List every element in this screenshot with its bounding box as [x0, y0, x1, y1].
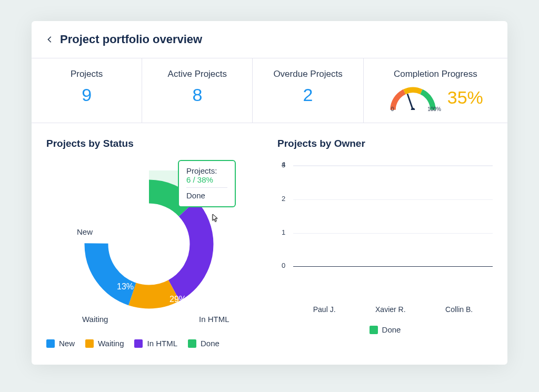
owner-legend: Done — [277, 325, 493, 334]
bar[interactable] — [301, 297, 353, 300]
kpi-label: Overdue Projects — [257, 69, 358, 79]
tooltip-divider — [186, 187, 227, 188]
swatch-icon — [134, 339, 143, 348]
kpi-completion[interactable]: Completion Progress 0 100% 35% — [364, 58, 507, 123]
legend-label: Waiting — [98, 339, 124, 348]
kpi-value: 9 — [36, 85, 137, 105]
x-tick: Collin B. — [445, 305, 473, 314]
tooltip-status: Done — [186, 191, 205, 200]
swatch-icon — [46, 339, 55, 348]
kpi-label: Completion Progress — [368, 69, 503, 79]
panel-header: Project portfolio overview — [32, 21, 507, 58]
kpi-value: 8 — [146, 85, 248, 105]
gauge-max: 100% — [427, 106, 441, 112]
gauge-icon: 0 100% — [388, 85, 438, 110]
x-tick: Xavier R. — [375, 305, 406, 314]
chart-title: Projects by Status — [46, 138, 262, 149]
kpi-active[interactable]: Active Projects 8 — [142, 58, 253, 123]
kpi-value: 2 — [257, 85, 358, 105]
cursor-icon — [208, 213, 221, 228]
y-tick: 1 — [282, 228, 285, 236]
arc-pct-waiting: 13% — [117, 282, 134, 292]
page-title: Project portfolio overview — [60, 33, 202, 46]
legend-item[interactable]: Done — [188, 339, 219, 348]
swatch-icon — [370, 326, 378, 334]
dashboard-panel: Project portfolio overview Projects 9 Ac… — [32, 21, 507, 365]
kpi-value: 35% — [447, 87, 483, 108]
bar[interactable] — [434, 298, 486, 300]
tooltip-value: 6 / 38% — [186, 175, 227, 184]
svg-point-1 — [411, 108, 415, 110]
kpi-label: Active Projects — [146, 69, 248, 79]
swatch-icon — [188, 339, 196, 348]
seg-label-new: New — [77, 227, 93, 236]
legend-item[interactable]: New — [46, 339, 75, 348]
bar[interactable] — [367, 299, 419, 300]
charts-row: Projects by Status 20% 13% 29% New — [32, 123, 507, 365]
legend-label: Done — [201, 339, 219, 348]
y-tick: 0 — [282, 262, 285, 269]
kpi-label: Projects — [36, 69, 137, 79]
y-tick: 4 — [282, 160, 285, 168]
legend-label: In HTML — [147, 339, 177, 348]
seg-label-inhtml: In HTML — [199, 315, 229, 324]
legend-item[interactable]: In HTML — [134, 339, 177, 348]
status-chart: Projects by Status 20% 13% 29% New — [46, 138, 262, 348]
tooltip-label: Projects: — [186, 166, 227, 175]
kpi-projects[interactable]: Projects 9 — [32, 58, 142, 123]
chart-tooltip: Projects: 6 / 38% Done — [178, 160, 236, 207]
legend-item[interactable]: Done — [370, 325, 401, 334]
arc-pct-inhtml: 29% — [169, 295, 186, 304]
legend-item[interactable]: Waiting — [85, 339, 124, 348]
arc-pct-new: 20% — [118, 241, 135, 250]
gauge-min: 0 — [391, 106, 394, 112]
swatch-icon — [85, 339, 94, 348]
legend-label: New — [59, 339, 75, 348]
kpi-row: Projects 9 Active Projects 8 Overdue Pro… — [32, 58, 507, 123]
kpi-overdue[interactable]: Overdue Projects 2 — [253, 58, 363, 123]
legend-label: Done — [382, 325, 401, 334]
chart-title: Projects by Owner — [277, 138, 493, 149]
x-tick: Paul J. — [313, 305, 336, 314]
status-legend: New Waiting In HTML Done — [46, 339, 262, 348]
bar-chart[interactable]: 0 1 2 3 4 Paul J. Xavier R. Collin B. — [277, 160, 493, 316]
seg-label-waiting: Waiting — [82, 315, 108, 324]
back-icon[interactable] — [46, 36, 54, 43]
y-tick: 2 — [282, 195, 285, 203]
svg-line-0 — [407, 94, 413, 109]
owner-chart: Projects by Owner 0 1 2 3 4 Paul J. Xavi… — [277, 138, 493, 348]
